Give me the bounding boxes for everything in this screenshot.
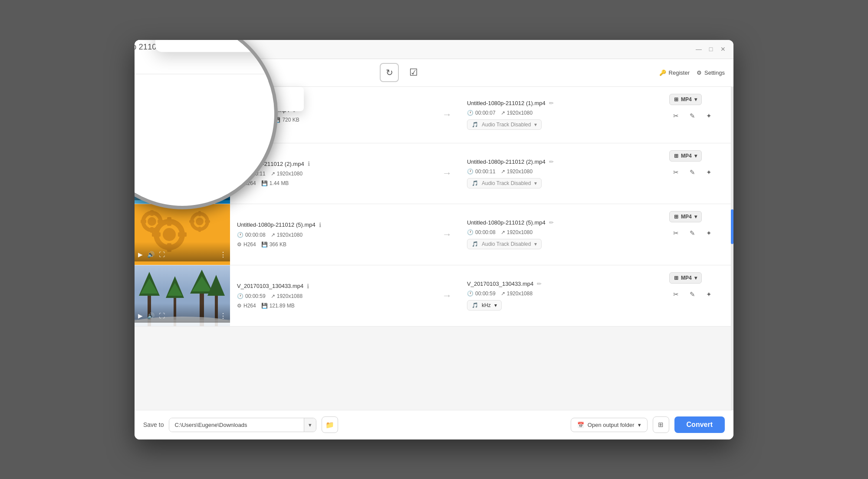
duration-out-meta-2: 🕐 00:00:11 xyxy=(467,168,496,175)
cut-button-1[interactable]: ✂ xyxy=(669,109,682,122)
duration-out-meta-3: 🕐 00:00:08 xyxy=(467,229,496,235)
effects-button-4[interactable]: ✦ xyxy=(702,288,715,301)
volume-button-4[interactable]: 🔊 xyxy=(147,312,155,319)
audio-track-dropdown-3[interactable]: 🎵 Audio Track Disabled ▾ xyxy=(467,239,542,249)
fullscreen-button-3[interactable]: ⛶ xyxy=(159,251,165,258)
effects-button-1[interactable]: ✦ xyxy=(702,109,715,122)
chevron-format-3: ▾ xyxy=(694,214,697,220)
check-button[interactable]: ☑ xyxy=(404,63,423,82)
chevron-open-folder: ▾ xyxy=(638,422,641,428)
action-icons-2: ✂ ✎ ✦ xyxy=(669,166,728,179)
duration-out-value-2: 00:00:11 xyxy=(475,168,496,175)
format-badge-2[interactable]: ⊞ MP4 ▾ xyxy=(669,150,702,162)
edit-button-3[interactable]: ✎ xyxy=(686,227,699,240)
gear-icon: ⚙ xyxy=(697,69,702,76)
output-meta-2: 🕐 00:00:11 ↗ 1920x1080 xyxy=(467,168,657,175)
path-dropdown-button[interactable]: ▾ xyxy=(304,418,316,432)
resolution-out-meta-1: ↗ 1920x1080 xyxy=(501,110,533,116)
open-folder-label: Open output folder xyxy=(588,422,635,428)
edit-icon-3[interactable]: ✏ xyxy=(549,219,554,226)
codec-value-4: H264 xyxy=(243,303,256,309)
edit-icon-1[interactable]: ✏ xyxy=(549,100,554,106)
more-options-3[interactable]: ⋮ xyxy=(220,251,227,259)
output-filename-4: V_20170103_130433.mp4 xyxy=(467,281,533,287)
chevron-format-1: ▾ xyxy=(694,96,697,102)
bottom-right: 📅 Open output folder ▾ ⊞ Convert xyxy=(571,416,725,433)
edit-icon-4[interactable]: ✏ xyxy=(537,281,542,287)
chevron-format-4: ▾ xyxy=(694,275,697,281)
audio-track-dropdown-2[interactable]: 🎵 Audio Track Disabled ▾ xyxy=(467,178,542,188)
audio-track-dropdown-1[interactable]: 🎵 Audio Track Disabled ▾ xyxy=(467,119,542,130)
maximize-button[interactable]: □ xyxy=(707,46,714,53)
size-value-3: 366 KB xyxy=(270,241,286,248)
toolbar-center: ↻ ☑ xyxy=(380,63,423,82)
format-col-3: ⊞ MP4 ▾ ✂ ✎ ✦ xyxy=(664,204,733,265)
register-button[interactable]: 🔑 Register xyxy=(659,69,690,76)
cut-button-4[interactable]: ✂ xyxy=(669,288,682,301)
output-options-button[interactable]: ⊞ xyxy=(653,416,669,433)
convert-button[interactable]: Convert xyxy=(674,416,725,433)
clock-icon-out-4: 🕐 xyxy=(467,291,473,297)
file-thumbnail-4: ▶ 🔊 ⛶ ⋮ xyxy=(135,265,230,326)
arrow-right-icon-2: → xyxy=(442,168,452,179)
info-icon-3[interactable]: ℹ xyxy=(319,221,321,228)
open-output-folder-button[interactable]: 📅 Open output folder ▾ xyxy=(571,418,648,432)
edit-icon-2[interactable]: ✏ xyxy=(549,159,554,165)
effects-button-2[interactable]: ✦ xyxy=(702,166,715,179)
edit-button-4[interactable]: ✎ xyxy=(686,288,699,301)
file-meta-4b: ⚙ H264 💾 121.89 MB xyxy=(237,303,427,309)
file-info-4: V_20170103_130433.mp4 ℹ 🕐 00:00:59 ↗ 192… xyxy=(230,265,434,326)
resize-icon-out-1: ↗ xyxy=(501,110,505,116)
fullscreen-button-4[interactable]: ⛶ xyxy=(159,312,165,319)
refresh-button[interactable]: ↻ xyxy=(380,63,399,82)
resolution-out-value-1: 1920x1080 xyxy=(507,110,533,116)
audio-track-dropdown-4[interactable]: 🎵 kHz ▾ xyxy=(467,300,502,311)
edit-button-1[interactable]: ✎ xyxy=(686,109,699,122)
output-filename-1: Untitled-1080p-211012 (1).mp4 xyxy=(467,100,546,106)
input-filename-3: Untitled-1080p-211012 (5).mp4 xyxy=(237,221,316,228)
more-options-4[interactable]: ⋮ xyxy=(220,312,227,320)
svg-rect-13 xyxy=(198,211,201,216)
format-badge-4[interactable]: ⊞ MP4 ▾ xyxy=(669,272,702,284)
minimize-button[interactable]: — xyxy=(695,46,702,53)
info-icon-4[interactable]: ℹ xyxy=(307,283,309,290)
file-meta-4: 🕐 00:00:59 ↗ 1920x1088 xyxy=(237,293,427,299)
play-button-3[interactable]: ▶ xyxy=(138,251,143,258)
mag-dropdown-popup: 📁 Add Folder xyxy=(155,40,278,52)
audio-track-label-1: Audio Track Disabled xyxy=(482,122,531,128)
audio-icon-2: 🎵 xyxy=(472,180,478,186)
format-badge-1[interactable]: ⊞ MP4 ▾ xyxy=(669,94,702,105)
mag-add-folder-item: 📁 Add Folder xyxy=(155,40,278,47)
input-filename-4: V_20170103_130433.mp4 xyxy=(237,283,303,289)
svg-rect-22 xyxy=(158,220,163,223)
scrollbar-thumb[interactable] xyxy=(731,209,733,244)
play-button-4[interactable]: ▶ xyxy=(138,312,143,319)
edit-button-2[interactable]: ✎ xyxy=(686,166,699,179)
convert-label: Convert xyxy=(687,421,713,428)
format-badge-3[interactable]: ⊞ MP4 ▾ xyxy=(669,211,702,222)
codec-value-3: H264 xyxy=(243,241,256,248)
close-button[interactable]: ✕ xyxy=(720,46,727,53)
save-path-input[interactable] xyxy=(169,418,304,432)
svg-rect-20 xyxy=(150,227,154,233)
format-badge-label-2: MP4 xyxy=(681,153,692,159)
browse-folder-button[interactable]: 📁 xyxy=(322,416,338,433)
chevron-format-2: ▾ xyxy=(694,153,697,159)
resolution-out-meta-4: ↗ 1920x1088 xyxy=(501,291,533,297)
file-info-3: Untitled-1080p-211012 (5).mp4 ℹ 🕐 00:00:… xyxy=(230,204,434,265)
duration-out-meta-4: 🕐 00:00:59 xyxy=(467,291,496,297)
svg-point-2 xyxy=(163,228,176,241)
cut-button-3[interactable]: ✂ xyxy=(669,227,682,240)
cut-button-2[interactable]: ✂ xyxy=(669,166,682,179)
chevron-down-audio-1: ▾ xyxy=(534,122,537,128)
arrow-col-2: → xyxy=(434,143,460,204)
path-input-group: ▾ xyxy=(169,418,316,432)
svg-point-18 xyxy=(148,217,156,226)
info-icon-2[interactable]: ℹ xyxy=(308,160,310,167)
effects-button-3[interactable]: ✦ xyxy=(702,227,715,240)
settings-button[interactable]: ⚙ Settings xyxy=(697,69,725,76)
arrow-col-4: → xyxy=(434,265,460,326)
action-icons-3: ✂ ✎ ✦ xyxy=(669,227,728,240)
format-col-1: ⊞ MP4 ▾ ✂ ✎ ✦ xyxy=(664,87,733,143)
volume-button-3[interactable]: 🔊 xyxy=(147,251,155,258)
